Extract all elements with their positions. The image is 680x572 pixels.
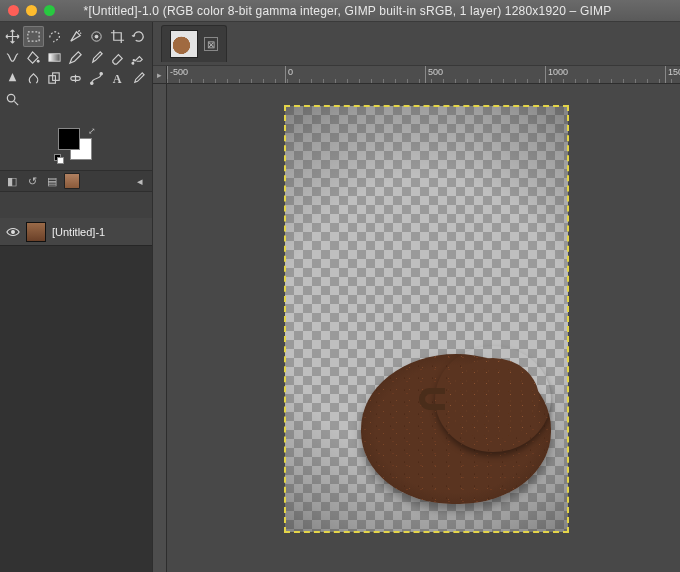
ruler-origin[interactable]: ▸ — [153, 66, 167, 84]
dock-tabs: ◧ ↺ ▤ ◂ — [0, 170, 152, 192]
vertical-ruler[interactable] — [153, 84, 167, 572]
svg-point-6 — [133, 60, 134, 61]
warp-tool-icon[interactable] — [2, 47, 23, 68]
svg-point-5 — [132, 62, 134, 64]
horizontal-ruler[interactable]: -500050010001500 — [167, 66, 680, 84]
close-icon[interactable] — [8, 5, 19, 16]
clone-tool-icon[interactable] — [44, 68, 65, 89]
channels-tab-icon[interactable]: ▤ — [44, 174, 60, 188]
color-picker-tool-icon[interactable] — [128, 68, 149, 89]
window-title: *[Untitled]-1.0 (RGB color 8-bit gamma i… — [55, 4, 680, 18]
zoom-tool-icon[interactable] — [2, 89, 23, 110]
image-window: ⊠ ▸ -500050010001500 — [153, 22, 680, 572]
layer-row[interactable]: [Untitled]-1 — [0, 218, 152, 246]
svg-point-2 — [95, 35, 99, 39]
move-tool-icon[interactable] — [2, 26, 23, 47]
paintbrush-tool-icon[interactable] — [86, 47, 107, 68]
color-select-tool-icon[interactable] — [86, 26, 107, 47]
close-tab-icon[interactable]: ⊠ — [204, 37, 218, 51]
svg-point-10 — [91, 82, 93, 84]
brush-preview-icon[interactable] — [64, 174, 80, 188]
image-tab-bar: ⊠ — [153, 22, 680, 66]
smudge-tool-icon[interactable] — [23, 68, 44, 89]
text-tool-icon[interactable]: A — [107, 68, 128, 89]
free-select-tool-icon[interactable] — [44, 26, 65, 47]
eraser-tool-icon[interactable] — [107, 47, 128, 68]
canvas[interactable] — [285, 106, 568, 532]
heal-tool-icon[interactable] — [65, 68, 86, 89]
dock-menu-icon[interactable]: ◂ — [132, 174, 148, 188]
airbrush-tool-icon[interactable] — [128, 47, 149, 68]
toolbox: A — [0, 22, 152, 116]
svg-rect-0 — [28, 32, 39, 41]
ruler-label: 500 — [428, 67, 443, 77]
zoom-icon[interactable] — [44, 5, 55, 16]
bucket-fill-tool-icon[interactable] — [23, 47, 44, 68]
minimize-icon[interactable] — [26, 5, 37, 16]
ink-tool-icon[interactable] — [2, 68, 23, 89]
tool-options-tab-icon[interactable]: ◧ — [4, 174, 20, 188]
svg-text:A: A — [113, 72, 122, 86]
foreground-color-swatch[interactable] — [58, 128, 80, 150]
eye-icon[interactable] — [6, 225, 20, 239]
ruler-label: 0 — [288, 67, 293, 77]
image-tab[interactable]: ⊠ — [161, 25, 227, 62]
rect-select-tool-icon[interactable] — [23, 26, 44, 47]
ruler-label: 1000 — [548, 67, 568, 77]
fuzzy-select-tool-icon[interactable] — [65, 26, 86, 47]
svg-point-14 — [12, 230, 15, 233]
undo-history-tab-icon[interactable]: ↺ — [24, 174, 40, 188]
window-controls — [8, 5, 55, 16]
svg-point-3 — [37, 60, 40, 63]
layers-panel: [Untitled]-1 — [0, 218, 152, 572]
crop-tool-icon[interactable] — [107, 26, 128, 47]
ruler-label: 1500 — [668, 67, 680, 77]
gradient-tool-icon[interactable] — [44, 47, 65, 68]
image-content-cup — [435, 346, 551, 452]
pencil-tool-icon[interactable] — [65, 47, 86, 68]
color-selector[interactable]: ⤢ — [54, 126, 98, 164]
svg-rect-4 — [49, 54, 60, 62]
layer-thumbnail — [26, 222, 46, 242]
titlebar: *[Untitled]-1.0 (RGB color 8-bit gamma i… — [0, 0, 680, 22]
left-panel: A ⤢ ◧ ↺ ▤ ◂ [Untitled]-1 — [0, 22, 153, 572]
swap-colors-icon[interactable]: ⤢ — [88, 126, 96, 136]
canvas-viewport[interactable] — [167, 84, 680, 572]
svg-point-13 — [7, 94, 15, 102]
rotate-tool-icon[interactable] — [128, 26, 149, 47]
svg-point-11 — [100, 73, 102, 75]
tab-thumbnail — [170, 30, 198, 58]
layer-name[interactable]: [Untitled]-1 — [52, 226, 105, 238]
default-colors-icon[interactable] — [54, 154, 64, 164]
ruler-label: -500 — [170, 67, 188, 77]
path-tool-icon[interactable] — [86, 68, 107, 89]
